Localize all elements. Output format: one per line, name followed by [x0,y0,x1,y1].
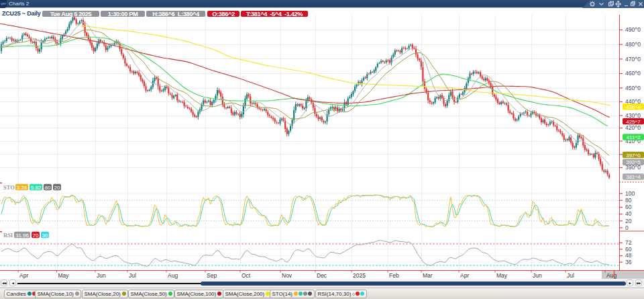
svg-text:420^0: 420^0 [625,124,641,131]
svg-text:RSI: RSI [3,232,13,239]
svg-text:Jul: Jul [129,272,136,279]
svg-text:Oct: Oct [241,272,251,279]
svg-text:381^4: 381^4 [626,174,641,180]
svg-text:40: 40 [625,210,632,217]
svg-text:490^0: 490^0 [625,26,641,33]
svg-text:2025: 2025 [353,272,366,279]
svg-text:Dec: Dec [317,272,327,279]
svg-text:Jun: Jun [533,272,542,279]
svg-text:Nov: Nov [282,272,292,279]
svg-text:Jul: Jul [567,272,574,279]
svg-text:3.28: 3.28 [17,185,28,191]
svg-text:Aug: Aug [168,272,178,279]
svg-text:Mar: Mar [423,272,433,279]
svg-text:430^0: 430^0 [625,112,641,119]
svg-text:Feb: Feb [389,272,399,279]
svg-text:Sep: Sep [207,272,217,279]
svg-text:5.82: 5.82 [31,185,42,191]
svg-text:Apr: Apr [19,272,28,279]
svg-text:Aug: Aug [606,272,616,279]
svg-text:31.96: 31.96 [15,232,30,239]
svg-text:480^0: 480^0 [625,41,641,48]
svg-text:30: 30 [42,232,48,239]
svg-text:Jun: Jun [97,272,106,279]
svg-text:20: 20 [625,218,632,224]
svg-text:436^4: 436^4 [626,104,641,110]
svg-text:100: 100 [625,190,635,197]
svg-text:460^0: 460^0 [625,70,641,77]
svg-text:36: 36 [625,259,632,265]
svg-text:450^0: 450^0 [625,85,641,91]
svg-text:80: 80 [45,185,51,191]
svg-text:60: 60 [625,204,632,210]
svg-text:0: 0 [625,224,629,231]
svg-text:72: 72 [625,239,632,246]
svg-text:397^0: 397^0 [626,153,641,159]
svg-text:STO: STO [3,184,15,191]
svg-text:80: 80 [625,197,632,204]
svg-text:20: 20 [54,185,60,191]
svg-text:May: May [58,272,70,279]
svg-text:470^0: 470^0 [625,56,641,62]
svg-text:425^7: 425^7 [626,119,641,125]
svg-text:May: May [496,272,508,279]
svg-text:60: 60 [625,246,632,253]
svg-text:411^2: 411^2 [627,134,641,140]
svg-text:Apr: Apr [460,272,469,279]
svg-text:70: 70 [33,232,39,239]
svg-text:48: 48 [625,252,632,259]
svg-text:392^5: 392^5 [626,159,641,165]
